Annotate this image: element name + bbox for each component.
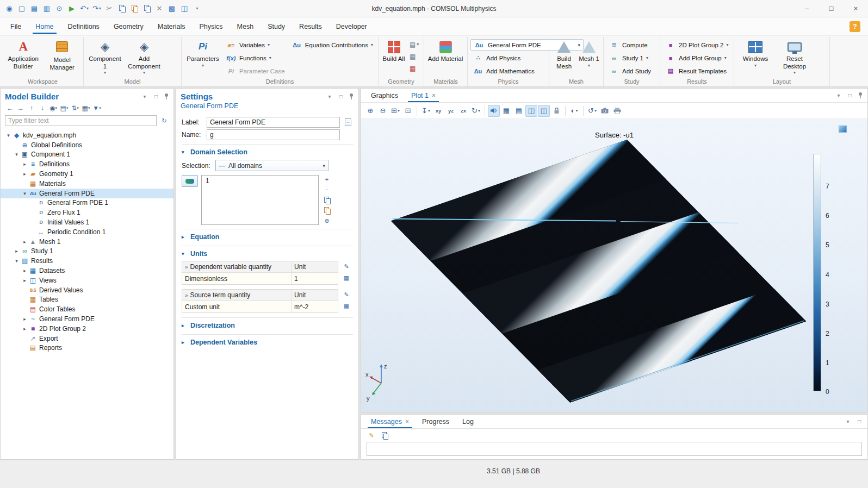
tab-materials[interactable]: Materials	[151, 17, 193, 35]
tree-item-tables[interactable]: ▦Tables	[1, 295, 173, 305]
tree-item-derived-values[interactable]: 8.5Derived Values	[1, 285, 173, 295]
pin-icon[interactable]	[349, 93, 354, 99]
tree-item-2d-plot-group2[interactable]: ▸■2D Plot Group 2	[1, 324, 173, 334]
chevron-down-icon[interactable]: ▾	[326, 93, 333, 99]
units-header[interactable]: ▾ Units	[182, 249, 353, 259]
reset-view-icon[interactable]: ↺▾	[586, 105, 598, 117]
open-file-icon[interactable]: ▤	[28, 2, 40, 15]
tab-developer[interactable]: Developer	[329, 17, 374, 35]
chevron-down-icon[interactable]: ▾	[5, 133, 12, 138]
float-panel-icon[interactable]: □	[152, 93, 160, 99]
tree-item-general-form-pde1[interactable]: DGeneral Form PDE 1	[1, 198, 173, 208]
second-view-icon[interactable]: ◫	[538, 105, 550, 117]
selection-dropdown[interactable]: — All domains ▾	[215, 160, 328, 171]
clear-messages-icon[interactable]: ✎	[367, 431, 376, 440]
application-builder-button[interactable]: A Application Builder	[5, 37, 42, 70]
reset-desktop-button[interactable]: Reset Desktop ▾	[776, 37, 813, 75]
tree-item-reports[interactable]: ▤Reports	[1, 343, 173, 353]
tab-messages[interactable]: Messages×	[365, 415, 414, 428]
tree-item-results[interactable]: ▾▥Results	[1, 256, 173, 266]
float-panel-icon[interactable]: □	[846, 92, 854, 98]
chevron-down-icon[interactable]: ▾	[835, 92, 842, 98]
paste-icon[interactable]	[128, 2, 140, 15]
copy-messages-icon[interactable]	[380, 431, 389, 440]
chevron-down-icon[interactable]: ▾	[13, 258, 20, 264]
model-tree-options-icon[interactable]: ▦▾	[81, 103, 91, 113]
active-selection-toggle[interactable]	[182, 175, 198, 187]
add-physics-button[interactable]: ∴ Add Physics	[470, 52, 546, 64]
discretization-header[interactable]: ▸ Discretization	[182, 321, 353, 330]
unit-cell[interactable]: 1	[291, 273, 338, 284]
chevron-right-icon[interactable]: ▸	[13, 248, 20, 254]
plot-canvas[interactable]: Surface: -u1 7 6 5 4 3 2 1 0	[361, 119, 867, 412]
save-file-icon[interactable]: ▥	[41, 2, 53, 15]
chevron-right-icon[interactable]: ▸	[21, 161, 28, 167]
component-button[interactable]: ◈ Component 1 ▾	[86, 37, 123, 75]
maximize-button[interactable]: □	[819, 0, 844, 17]
zoom-extents-icon[interactable]: ⊞▾	[389, 105, 401, 117]
filter-icon[interactable]: ▼▾	[92, 103, 102, 113]
close-button[interactable]: ×	[844, 0, 868, 17]
tab-results[interactable]: Results	[292, 17, 329, 35]
chevron-down-icon[interactable]: ▾	[141, 93, 148, 99]
new-file-icon[interactable]: ▢	[16, 2, 28, 15]
tree-item-views[interactable]: ▸◫Views	[1, 276, 173, 285]
tab-graphics[interactable]: Graphics	[365, 89, 404, 102]
tab-mesh[interactable]: Mesh	[230, 17, 261, 35]
tree-item-definitions[interactable]: ▸≡Definitions	[1, 159, 173, 169]
compute-button[interactable]: = Compute	[606, 39, 657, 51]
unit-table-icon[interactable]: ▦	[342, 302, 351, 310]
scene-light-icon[interactable]: ◐▾	[568, 105, 580, 117]
redo-icon[interactable]: ↷▾	[91, 2, 103, 15]
chevron-down-icon[interactable]: ▾	[844, 418, 852, 424]
pin-icon[interactable]	[858, 92, 863, 98]
print-icon[interactable]	[611, 105, 623, 117]
tree-item-periodic-condition1[interactable]: ↔Periodic Condition 1	[1, 227, 173, 237]
close-tab-icon[interactable]: ×	[405, 418, 409, 426]
chevron-right-icon[interactable]: ▸	[21, 268, 28, 273]
windows-button[interactable]: Windows ▾	[737, 37, 774, 68]
add-component-button[interactable]: ◈ Add Component ▾	[126, 37, 163, 75]
search-icon[interactable]: ⊙	[53, 2, 65, 15]
tree-item-general-form-pde-results[interactable]: ▸~General Form PDE	[1, 314, 173, 324]
mesh1-button[interactable]: Mesh 1 ▾	[578, 37, 600, 68]
tree-item-study1[interactable]: ▸∞Study 1	[1, 247, 173, 256]
close-tab-icon[interactable]: ×	[432, 92, 436, 99]
tree-item-datasets[interactable]: ▸▦Datasets	[1, 266, 173, 276]
result-templates-button[interactable]: ▤ Result Templates	[663, 65, 731, 77]
tree-item-mesh1[interactable]: ▸▲Mesh 1	[1, 237, 173, 247]
lock-axes-icon[interactable]	[550, 105, 562, 117]
unit-cell[interactable]: m^-2	[291, 301, 338, 312]
forward-icon[interactable]: →	[16, 103, 26, 113]
label-input[interactable]	[207, 117, 340, 128]
tree-item-zero-flux1[interactable]: DZero Flux 1	[1, 208, 173, 217]
parameters-button[interactable]: Pi Parameters ▾	[184, 37, 221, 68]
xy-view-icon[interactable]: xy	[432, 105, 444, 117]
insert-sequence-button[interactable]: ▦	[408, 51, 420, 61]
remove-from-selection-icon[interactable]: −	[322, 185, 332, 194]
expand-table-icon[interactable]: »	[185, 292, 188, 298]
split-view-icon[interactable]: ◫	[525, 105, 537, 117]
duplicate-icon[interactable]	[141, 2, 153, 15]
float-panel-icon[interactable]: □	[855, 418, 863, 424]
model-manager-button[interactable]: Model Manager	[44, 37, 81, 71]
tree-item-general-form-pde[interactable]: ▾ΔuGeneral Form PDE	[1, 189, 173, 198]
rotate-view-icon[interactable]: ↻▾	[470, 105, 482, 117]
chevron-right-icon[interactable]: ▸	[21, 239, 28, 245]
add-study-button[interactable]: ∞ Add Study	[606, 65, 657, 77]
domain-list[interactable]: 1	[201, 175, 319, 225]
import-geometry-button[interactable]: ▤▾	[408, 39, 420, 49]
help-button[interactable]: ?	[850, 21, 860, 32]
axis-labels-icon[interactable]: ▤	[513, 105, 525, 117]
chevron-down-icon[interactable]: ▾	[13, 152, 20, 157]
build-mesh-button[interactable]: Build Mesh	[552, 37, 576, 70]
chevron-right-icon[interactable]: ▸	[21, 171, 28, 177]
float-panel-icon[interactable]: □	[337, 93, 345, 99]
messages-output[interactable]	[367, 442, 862, 456]
tab-geometry[interactable]: Geometry	[107, 17, 151, 35]
zx-view-icon[interactable]: zx	[457, 105, 469, 117]
quantity-cell[interactable]: Custom unit	[182, 301, 291, 312]
domain-selection-header[interactable]: ▾ Domain Selection	[182, 147, 353, 157]
tab-home[interactable]: Home	[28, 17, 60, 35]
chevron-right-icon[interactable]: ▸	[21, 316, 28, 322]
